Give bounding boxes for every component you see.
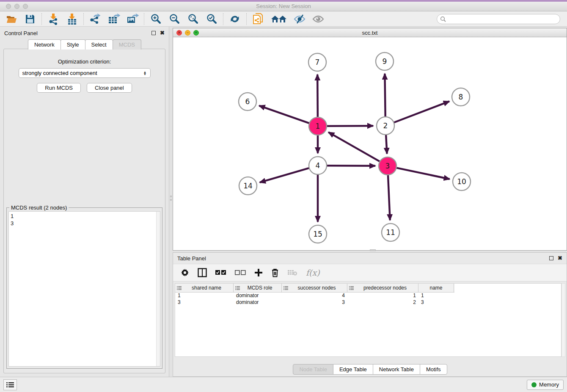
network-canvas[interactable]: 1234678910111415 <box>173 37 567 250</box>
zoom-selected-icon[interactable] <box>205 13 218 25</box>
delete-table-icon[interactable] <box>287 269 297 276</box>
column-header-predecessor-nodes[interactable]: predecessor nodes <box>347 284 418 292</box>
graph-edge-1-2[interactable] <box>327 126 373 126</box>
graph-edge-2-8[interactable] <box>394 101 449 122</box>
column-header-label: MCDS role <box>240 285 280 291</box>
zoom-in-icon[interactable] <box>149 13 162 25</box>
network-frame-titlebar[interactable]: scc.txt ✕ − + <box>173 28 567 37</box>
search-input[interactable] <box>437 14 560 24</box>
cell-successor-nodes: 3 <box>282 299 347 306</box>
cell-name: 3 <box>418 299 454 306</box>
network-graph[interactable]: 1234678910111415 <box>173 37 567 250</box>
close-panel-icon[interactable]: ✖ <box>160 31 165 35</box>
main-toolbar <box>0 11 567 27</box>
tab-select[interactable]: Select <box>85 39 113 50</box>
table-panel: Table Panel ✖ <box>173 252 567 377</box>
zoom-fit-icon[interactable] <box>187 13 199 25</box>
graph-edge-2-9[interactable] <box>385 74 385 117</box>
tab-mcds[interactable]: MCDS <box>113 39 141 50</box>
minimize-window-icon[interactable] <box>14 4 19 9</box>
add-column-icon[interactable] <box>254 268 263 277</box>
duplicate-network-icon[interactable] <box>252 13 264 25</box>
deselect-all-icon[interactable] <box>235 270 246 276</box>
run-mcds-button[interactable]: Run MCDS <box>37 83 81 93</box>
table-body: 1dominator4113dominator323 <box>175 293 561 306</box>
cell-MCDS-role: dominator <box>234 299 282 306</box>
frame-resize-handle[interactable] <box>370 249 376 251</box>
tab-style[interactable]: Style <box>61 39 85 50</box>
table-row[interactable]: 1dominator411 <box>175 293 561 299</box>
close-table-panel-icon[interactable]: ✖ <box>558 256 562 260</box>
import-table-icon[interactable] <box>66 13 78 25</box>
delete-column-icon[interactable] <box>271 268 279 277</box>
panel-splitter-handle[interactable] <box>170 196 172 207</box>
optimization-criterion-select[interactable]: strongly connected component ▲▼ <box>19 68 151 78</box>
refresh-icon[interactable] <box>228 13 241 25</box>
open-session-icon[interactable] <box>5 13 18 25</box>
graph-edge-1-6[interactable] <box>259 106 309 124</box>
graph-edge-2-3[interactable] <box>386 135 387 154</box>
graph-node-label: 1 <box>316 122 320 130</box>
graph-node-label: 2 <box>383 121 388 130</box>
mcds-result-title: MCDS result (2 nodes) <box>9 204 69 211</box>
control-panel-title: Control Panel <box>4 30 38 36</box>
close-window-icon[interactable] <box>6 4 11 9</box>
graph-node-label: 4 <box>316 161 320 170</box>
mcds-result-textarea[interactable]: 13 <box>8 211 160 367</box>
graph-node-label: 14 <box>243 182 253 190</box>
column-header-label: successor nodes <box>288 285 345 291</box>
window-title: Session: New Session <box>0 3 567 9</box>
export-table-icon[interactable] <box>107 13 120 25</box>
column-header-MCDS-role[interactable]: MCDS role <box>234 284 282 292</box>
tab-node-table[interactable]: Node Table <box>293 364 333 375</box>
graph-edge-1-7[interactable] <box>317 75 318 117</box>
export-network-icon[interactable] <box>89 13 102 25</box>
optimization-criterion-value: strongly connected component <box>22 70 97 76</box>
memory-button[interactable]: Memory <box>527 380 564 390</box>
float-panel-icon[interactable] <box>151 31 156 35</box>
column-header-label: predecessor nodes <box>354 285 416 291</box>
column-header-name[interactable]: name <box>418 284 454 292</box>
node-table: shared nameMCDS rolesuccessor nodesprede… <box>175 283 561 357</box>
task-history-button[interactable] <box>3 379 17 390</box>
control-panel-tabs: NetworkStyleSelectMCDS <box>0 39 169 50</box>
select-stepper-icon: ▲▼ <box>143 71 147 75</box>
graph-edge-3-11[interactable] <box>388 175 390 220</box>
function-builder-button[interactable]: f(x) <box>306 268 320 277</box>
table-row[interactable]: 3dominator323 <box>175 299 561 306</box>
graph-edge-4-3[interactable] <box>327 166 375 166</box>
column-header-successor-nodes[interactable]: successor nodes <box>282 284 347 292</box>
table-scrollbar[interactable] <box>561 283 565 357</box>
home-icon[interactable] <box>270 13 287 25</box>
graph-node-label: 7 <box>315 58 320 66</box>
graph-edge-3-10[interactable] <box>396 168 450 179</box>
float-table-panel-icon[interactable] <box>549 256 553 260</box>
zoom-out-icon[interactable] <box>168 13 181 25</box>
titlebar: Session: New Session <box>0 2 567 11</box>
graph-edge-3-1[interactable] <box>328 132 380 161</box>
graph-edge-4-14[interactable] <box>260 168 309 182</box>
toggle-column-panel-icon[interactable] <box>198 268 207 277</box>
cell-predecessor-nodes: 2 <box>347 299 418 306</box>
import-network-icon[interactable] <box>47 13 60 25</box>
maximize-window-icon[interactable] <box>23 4 28 9</box>
table-settings-gear-icon[interactable] <box>181 268 189 277</box>
tab-motifs[interactable]: Motifs <box>420 364 447 375</box>
table-header-row: shared nameMCDS rolesuccessor nodesprede… <box>175 284 454 293</box>
hide-icon[interactable] <box>293 13 306 25</box>
show-icon[interactable] <box>312 13 325 25</box>
window-traffic-lights[interactable] <box>6 4 28 9</box>
application-window: Session: New Session <box>0 0 567 392</box>
cell-name: 1 <box>418 293 454 299</box>
tab-network-table[interactable]: Network Table <box>373 364 420 375</box>
cell-predecessor-nodes: 1 <box>347 293 418 299</box>
export-image-icon[interactable] <box>126 13 139 25</box>
tab-edge-table[interactable]: Edge Table <box>333 364 373 375</box>
save-session-icon[interactable] <box>24 13 36 25</box>
result-scrollbar[interactable] <box>156 212 160 366</box>
column-header-label: shared name <box>182 285 231 291</box>
column-header-shared-name[interactable]: shared name <box>175 284 234 292</box>
tab-network[interactable]: Network <box>28 39 61 50</box>
close-panel-button[interactable]: Close panel <box>87 83 132 93</box>
select-all-icon[interactable] <box>215 270 226 276</box>
